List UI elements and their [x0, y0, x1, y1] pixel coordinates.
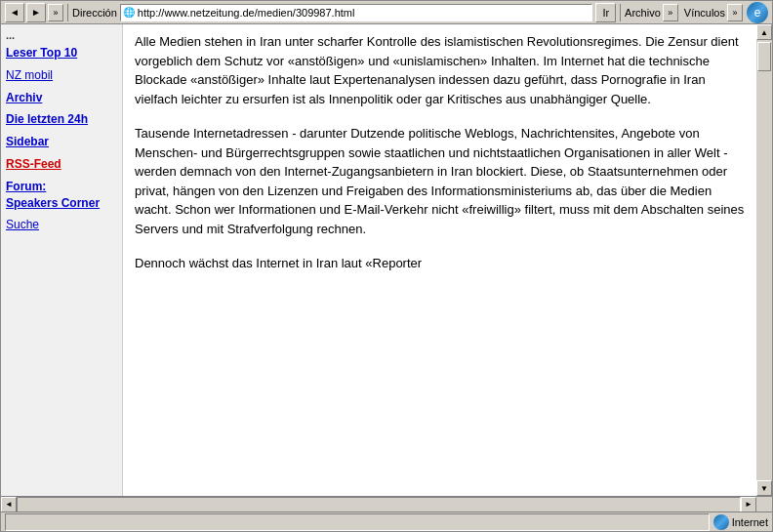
browser-window: ◄ ► » Dirección 🌐 Ir Archivo » Vínculos … [0, 0, 773, 532]
sidebar-label-nz-mobil: NZ mobil [6, 68, 53, 82]
sidebar-label-leser-top-10: Leser Top 10 [6, 46, 77, 60]
horizontal-scroll-track[interactable] [17, 497, 741, 512]
scroll-down-button[interactable]: ▼ [756, 480, 772, 496]
content-text-2: Tausende Internetadressen - darunter Dut… [135, 126, 744, 236]
scroll-up-button[interactable]: ▲ [756, 24, 772, 40]
content-with-scroll: Alle Medien stehen in Iran unter scharfe… [123, 24, 772, 496]
bottom-scrollbar[interactable]: ◄ ► [1, 496, 772, 512]
sidebar-item-rss-feed[interactable]: RSS-Feed [1, 153, 122, 176]
toolbar: ◄ ► » Dirección 🌐 Ir Archivo » Vínculos … [1, 1, 772, 24]
sidebar-item-suche[interactable]: Suche [1, 214, 122, 236]
sidebar-item-sidebar[interactable]: Sidebar [1, 131, 122, 153]
toolbar-separator-2 [620, 4, 621, 21]
sidebar-item-archiv[interactable]: Archiv [1, 87, 122, 109]
sidebar-item-die-letzten-24h[interactable]: Die letzten 24h [1, 108, 122, 131]
ie-logo: e [747, 2, 768, 23]
vinculos-chevron[interactable]: » [727, 4, 743, 21]
content-text-1: Alle Medien stehen in Iran unter scharfe… [135, 34, 739, 106]
sidebar-item-nz-mobil[interactable]: NZ mobil [1, 64, 122, 87]
scroll-right-button[interactable]: ► [741, 497, 756, 512]
sidebar-label-rss-feed: RSS-Feed [6, 157, 61, 171]
vertical-scrollbar[interactable]: ▲ ▼ [756, 24, 772, 496]
scroll-track[interactable] [756, 40, 772, 480]
status-bar: Internet [1, 512, 772, 531]
address-input[interactable] [138, 7, 590, 19]
sidebar-label-sidebar: Sidebar [6, 135, 49, 148]
content-paragraph-2: Tausende Internetadressen - darunter Dut… [135, 124, 745, 238]
scroll-left-button[interactable]: ◄ [1, 497, 17, 512]
content-area[interactable]: Alle Medien stehen in Iran unter scharfe… [123, 24, 756, 496]
globe-icon [713, 514, 729, 530]
address-bar-container: Dirección 🌐 Ir [72, 3, 616, 22]
archivo-label: Archivo [625, 7, 661, 19]
content-text-3: Dennoch wächst das Internet in Iran laut… [135, 256, 422, 270]
favicon-icon: 🌐 [123, 7, 135, 18]
back-button[interactable]: ◄ [5, 3, 24, 22]
sidebar: ... Leser Top 10 NZ mobil Archiv Die let… [1, 24, 123, 496]
archivo-chevron[interactable]: » [663, 4, 678, 21]
go-button[interactable]: Ir [595, 3, 616, 22]
main-area: ... Leser Top 10 NZ mobil Archiv Die let… [1, 24, 772, 496]
forward-button[interactable]: ► [26, 3, 46, 22]
toolbar-separator-1 [67, 4, 68, 21]
vinculos-label: Vínculos [684, 7, 725, 19]
sidebar-section-title: ... [1, 26, 122, 42]
nav-chevron[interactable]: » [48, 4, 63, 21]
status-right: Internet [713, 514, 768, 530]
status-zone: Internet [713, 514, 768, 530]
sidebar-label-archiv: Archiv [6, 91, 42, 104]
status-text [5, 513, 710, 531]
sidebar-label-die-letzten-24h: Die letzten 24h [6, 112, 88, 126]
address-label: Dirección [72, 7, 117, 19]
zone-label: Internet [732, 516, 768, 528]
sidebar-item-leser-top-10[interactable]: Leser Top 10 [1, 42, 122, 64]
sidebar-label-forum-speakers-corner: Forum:Speakers Corner [6, 180, 100, 210]
content-paragraph-3: Dennoch wächst das Internet in Iran laut… [135, 254, 745, 273]
content-paragraph-1: Alle Medien stehen in Iran unter scharfe… [135, 32, 745, 108]
sidebar-label-suche: Suche [6, 218, 39, 231]
address-bar[interactable]: 🌐 [120, 4, 593, 21]
sidebar-item-forum-speakers-corner[interactable]: Forum:Speakers Corner [1, 176, 122, 215]
scroll-corner [756, 497, 772, 512]
scroll-thumb[interactable] [757, 42, 771, 71]
